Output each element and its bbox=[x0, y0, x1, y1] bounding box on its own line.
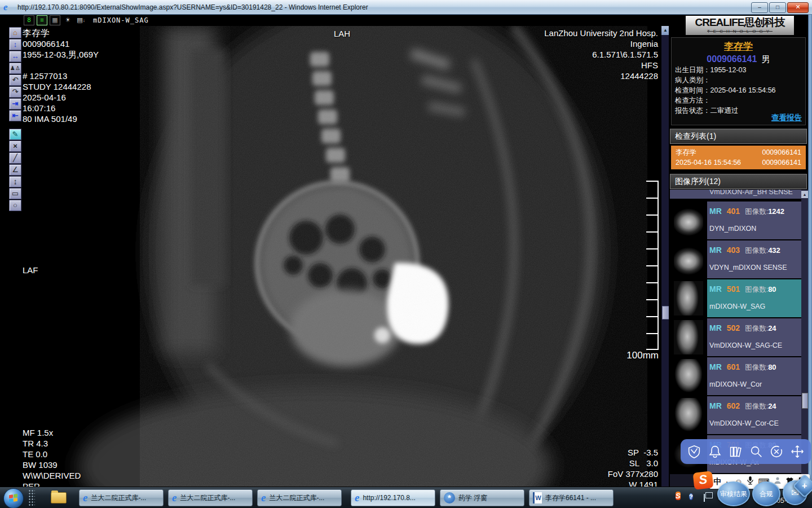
exam-list-header: 检查列表(1) bbox=[670, 129, 807, 144]
pan-horizontal-button[interactable]: ↔ bbox=[9, 51, 21, 62]
ellipse-roi-button[interactable]: ○ bbox=[9, 200, 21, 211]
overlay-line: 李存学 bbox=[23, 28, 99, 38]
series-item-selected[interactable]: MR501图像数:80 mDIXON-W_SAG bbox=[670, 279, 802, 317]
current-series-label: mDIXON-W_SAG bbox=[93, 16, 149, 24]
export-image-button[interactable]: ⇤ bbox=[9, 110, 21, 121]
brightness-icon[interactable]: ☀ bbox=[63, 15, 73, 25]
series-thumbnail bbox=[670, 357, 707, 395]
taskbar-button-pharmacy[interactable]: * 药学 浮窗 bbox=[440, 489, 524, 506]
review-result-bubble[interactable]: 审核结果 bbox=[717, 481, 750, 506]
angle-measure-button[interactable]: ∠ bbox=[9, 164, 21, 176]
task-label: 兰大二院正式库-... bbox=[180, 493, 235, 503]
import-image-button[interactable]: ⇥ bbox=[9, 98, 21, 110]
pharmacy-icon: * bbox=[444, 492, 455, 503]
series-name: mDIXON-W_Cor bbox=[709, 380, 762, 388]
task-label: http://192.170.8... bbox=[363, 494, 415, 502]
series-modality: MR bbox=[709, 323, 722, 332]
ie-icon: e bbox=[83, 492, 87, 503]
overlay-line: SL 3.0 bbox=[608, 458, 658, 468]
compliance-bubble[interactable]: 合规 bbox=[752, 481, 780, 506]
tray-help-icon[interactable]: ? bbox=[689, 492, 693, 501]
overlay-line: SP -3.5 bbox=[608, 447, 658, 458]
series-list-icon[interactable]: ≡ bbox=[37, 15, 47, 25]
series-count-label: 图像数: bbox=[745, 402, 768, 410]
window-title: http://192.170.80.21:8090/ExternalShowIm… bbox=[17, 3, 368, 11]
series-scroll-up-button[interactable]: ▲ bbox=[801, 191, 808, 198]
delete-annotation-button[interactable]: × bbox=[9, 141, 21, 152]
search-icon[interactable] bbox=[748, 444, 764, 459]
series-item[interactable]: MR601图像数:80 mDIXON-W_Cor bbox=[670, 357, 802, 395]
overlay-line bbox=[23, 60, 99, 71]
series-item[interactable]: MR401图像数:1242 DYN_mDIXON bbox=[670, 202, 802, 239]
taskbar-grip bbox=[28, 489, 35, 506]
ime-voice-icon[interactable] bbox=[747, 476, 754, 487]
task-label: 李存学66141 - ... bbox=[545, 493, 596, 503]
line-measure-button[interactable]: ╱ bbox=[9, 152, 21, 164]
series-item[interactable]: MR502图像数:24 VmDIXON-W_SAG-CE bbox=[670, 318, 802, 356]
taskbar-button-word[interactable]: W 李存学66141 - ... bbox=[529, 489, 614, 506]
home-button[interactable]: ⌂ bbox=[9, 27, 21, 38]
shield-icon[interactable] bbox=[686, 444, 702, 459]
layout-grid-icon[interactable]: ▦ bbox=[50, 15, 60, 25]
annotate-button[interactable]: ✎ bbox=[9, 129, 21, 140]
minimize-button[interactable]: – bbox=[751, 2, 768, 13]
bell-icon[interactable] bbox=[707, 444, 723, 459]
redo-button[interactable]: ↷ bbox=[9, 86, 21, 98]
tray-restore-icon[interactable] bbox=[704, 494, 705, 501]
series-number: 501 bbox=[727, 284, 740, 294]
scroll-doc-icon[interactable]: ▤↓ bbox=[76, 15, 86, 25]
series-number: 403 bbox=[727, 246, 740, 255]
series-name: VmDIXON-W_Cor-CE bbox=[709, 419, 779, 427]
maximize-button[interactable]: □ bbox=[769, 2, 786, 13]
move-icon[interactable] bbox=[789, 444, 805, 459]
series-number: 401 bbox=[727, 207, 740, 216]
start-button[interactable] bbox=[3, 488, 24, 508]
rect-roi-button[interactable]: ▭ bbox=[9, 188, 21, 199]
scale-label: 100mm bbox=[618, 350, 659, 361]
overlay-line: FoV 377x280 bbox=[608, 468, 658, 479]
patient-compare-button[interactable]: ♟♙ bbox=[9, 63, 21, 74]
series-item[interactable]: MR602图像数:24 VmDIXON-W_Cor-CE bbox=[670, 396, 802, 434]
overlay-line: LanZhou University 2nd Hosp. bbox=[544, 28, 658, 38]
taskbar-button-ie1[interactable]: e 兰大二院正式库-... bbox=[79, 489, 164, 506]
pan-vertical-button[interactable]: ↕ bbox=[9, 39, 21, 50]
field-label: 检查时间 bbox=[675, 86, 703, 94]
logo-cn: 思创科技 bbox=[744, 16, 785, 28]
taskbar-button-ie3[interactable]: e 兰大二院正式库-... bbox=[257, 489, 342, 506]
orientation-label-left: LAF bbox=[23, 265, 38, 275]
series-thumbnail bbox=[670, 202, 707, 239]
dismiss-icon[interactable] bbox=[769, 444, 784, 459]
field-label: 检查方法 bbox=[675, 97, 703, 104]
series-scroll-thumb[interactable] bbox=[802, 393, 808, 409]
overlay-geometry-params: SP -3.5 SL 3.0 FoV 377x280 W 1491 bbox=[608, 447, 658, 487]
tray-sogou-icon[interactable]: S bbox=[676, 492, 681, 501]
scroll-up-button[interactable]: ▲ bbox=[661, 26, 669, 35]
exam-name: 李存学 bbox=[676, 147, 697, 157]
link-series-icon[interactable]: 8 bbox=[24, 15, 34, 25]
task-label: 兰大二院正式库-... bbox=[91, 493, 146, 503]
taskbar-button-ie-active[interactable]: e http://192.170.8... bbox=[351, 489, 435, 506]
overlay-line: TR 4.3 bbox=[23, 438, 81, 449]
image-scrollbar[interactable]: ▲ bbox=[661, 26, 669, 487]
series-thumbnail bbox=[670, 240, 707, 278]
series-thumbnail bbox=[670, 279, 707, 317]
window-border-right bbox=[808, 15, 812, 487]
mri-canvas[interactable]: 李存学 0009066141 1955-12-03,男,069Y # 12577… bbox=[21, 26, 661, 487]
sogou-logo[interactable]: S bbox=[693, 471, 714, 489]
patient-info-panel: 李存学 0009066141 男 出生日期：1955-12-03 病人类别： 检… bbox=[671, 37, 806, 125]
series-count-label: 图像数: bbox=[745, 364, 768, 371]
view-report-link[interactable]: 查看报告 bbox=[771, 113, 802, 123]
overlay-line: BW 1039 bbox=[23, 459, 81, 470]
close-button[interactable]: ✕ bbox=[787, 2, 809, 13]
series-item-partial[interactable]: VmDIXON-Air_BH SENSE bbox=[670, 190, 802, 199]
series-count: 24 bbox=[768, 402, 776, 410]
exam-list-row[interactable]: 李存学0009066141 2025-04-16 15:54:560009066… bbox=[671, 146, 806, 169]
library-icon[interactable] bbox=[727, 444, 743, 459]
undo-button[interactable]: ↶ bbox=[9, 75, 21, 86]
series-item[interactable]: MR403图像数:432 VDYN_mDIXON SENSE bbox=[670, 240, 802, 278]
explorer-button[interactable] bbox=[47, 489, 70, 506]
series-number: 602 bbox=[727, 401, 740, 410]
vertical-measure-button[interactable]: ↨ bbox=[9, 176, 21, 187]
taskbar-button-ie2[interactable]: e 兰大二院正式库-... bbox=[168, 489, 253, 506]
scale-ruler bbox=[644, 181, 659, 350]
